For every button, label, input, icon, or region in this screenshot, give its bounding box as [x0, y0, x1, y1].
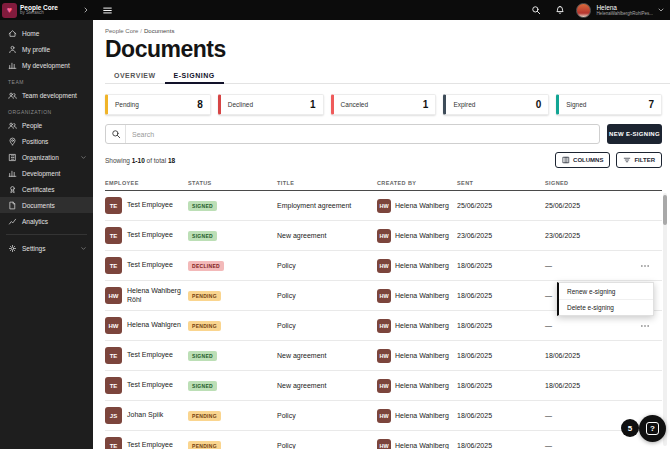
- app-root: ♥ People Core by Sterasch Helena HelenaW…: [0, 0, 670, 449]
- table-row[interactable]: TETest EmployeeSIGNEDNew agreementHWHele…: [105, 221, 662, 251]
- table-row[interactable]: JSJohan SpiikPENDINGPolicyHWHelena Wahlb…: [105, 401, 662, 431]
- employee-avatar: HW: [105, 317, 122, 334]
- sidebar-item-home[interactable]: Home: [0, 25, 93, 41]
- table-row[interactable]: TETest EmployeeSIGNEDNew agreementHWHele…: [105, 371, 662, 401]
- sidebar-item-development[interactable]: Development: [0, 165, 93, 181]
- gear-icon: [8, 244, 17, 253]
- pin-icon: [8, 137, 17, 146]
- employee-avatar: TE: [105, 197, 122, 214]
- user-name: Helena: [596, 4, 653, 12]
- signed-date: —: [545, 262, 640, 269]
- column-header: EMPLOYEE: [105, 180, 188, 186]
- row-actions-button[interactable]: [640, 321, 650, 331]
- created-by-cell: HWHelena Wahlberg: [377, 319, 457, 333]
- sidebar-item-documents[interactable]: Documents: [0, 197, 93, 213]
- stat-value: 8: [197, 99, 203, 110]
- status-badge: SIGNED: [188, 351, 217, 361]
- user-menu[interactable]: Helena HelenaWahlberghRohlPes...: [596, 4, 653, 17]
- table-row[interactable]: TETest EmployeeSIGNEDEmployment agreemen…: [105, 191, 662, 221]
- sidebar-item-my-profile[interactable]: My profile: [0, 41, 93, 57]
- user-avatar[interactable]: [576, 3, 591, 18]
- status-cell: PENDING: [188, 291, 277, 301]
- menu-icon[interactable]: [102, 5, 113, 16]
- status-badge: PENDING: [188, 321, 221, 331]
- building-icon: [8, 153, 17, 162]
- sidebar-item-label: Home: [22, 30, 39, 37]
- sidebar-item-label: Documents: [22, 202, 55, 209]
- creator-avatar: HW: [377, 289, 391, 303]
- table-row[interactable]: TETest EmployeeDECLINEDPolicyHWHelena Wa…: [105, 251, 662, 281]
- sidebar-item-positions[interactable]: Positions: [0, 133, 93, 149]
- document-title: New agreement: [277, 232, 377, 239]
- employee-cell: TETest Employee: [105, 437, 188, 449]
- creator-name: Helena Wahlberg: [395, 202, 449, 209]
- search-icon[interactable]: [106, 125, 126, 143]
- search-input[interactable]: [126, 131, 599, 138]
- context-menu-item-delete-e-signing[interactable]: Delete e-signing: [559, 299, 653, 315]
- sidebar-item-my-development[interactable]: My development: [0, 57, 93, 73]
- scrollbar-thumb[interactable]: [663, 195, 667, 225]
- row-context-menu: Renew e-signingDelete e-signing: [557, 282, 654, 316]
- stat-card-expired: Expired0: [443, 94, 549, 115]
- search-box: [105, 124, 600, 144]
- stat-label: Pending: [115, 101, 139, 108]
- search-icon[interactable]: [531, 5, 541, 15]
- columns-button[interactable]: COLUMNS: [555, 152, 610, 168]
- columns-grid-icon: [562, 156, 570, 165]
- filter-button-label: FILTER: [634, 157, 655, 163]
- employee-cell: HWHelena Wahlgren: [105, 317, 188, 334]
- sidebar-item-label: My development: [22, 62, 70, 69]
- signed-date: —: [545, 322, 640, 329]
- scrollbar[interactable]: [663, 193, 667, 446]
- creator-name: Helena Wahlberg: [395, 412, 449, 419]
- row-actions-button[interactable]: [640, 261, 650, 271]
- sidebar-item-label: Settings: [22, 245, 46, 252]
- table-row[interactable]: TETest EmployeePENDINGPolicyHWHelena Wah…: [105, 431, 662, 449]
- sidebar-item-people[interactable]: People: [0, 117, 93, 133]
- help-launcher-button[interactable]: ?: [639, 415, 666, 442]
- chevron-down-icon[interactable]: [657, 6, 665, 14]
- tab-overview[interactable]: OVERVIEW: [105, 68, 165, 84]
- created-by-cell: HWHelena Wahlberg: [377, 439, 457, 449]
- creator-name: Helena Wahlberg: [395, 322, 449, 329]
- table-row[interactable]: TETest EmployeeSIGNEDNew agreementHWHele…: [105, 341, 662, 371]
- employee-name: Helena Wahlberg Röhl: [127, 287, 184, 305]
- created-by-cell: HWHelena Wahlberg: [377, 349, 457, 363]
- creator-name: Helena Wahlberg: [395, 292, 449, 299]
- breadcrumb-root[interactable]: People Core: [105, 28, 138, 34]
- new-esigning-button[interactable]: NEW E-SIGNING: [607, 124, 662, 144]
- filter-button[interactable]: FILTER: [616, 152, 662, 168]
- creator-name: Helena Wahlberg: [395, 232, 449, 239]
- breadcrumb: People Core/Documents: [93, 20, 670, 34]
- search-row: NEW E-SIGNING: [105, 124, 662, 144]
- showing-middle: of total: [147, 157, 167, 164]
- employee-name: Test Employee: [127, 381, 173, 390]
- sent-date: 18/06/2025: [457, 292, 545, 299]
- creator-avatar: HW: [377, 229, 391, 243]
- question-icon: ?: [646, 422, 659, 435]
- creator-avatar: HW: [377, 199, 391, 213]
- column-header: TITLE: [277, 180, 377, 186]
- notifications-bell-icon[interactable]: [555, 5, 565, 15]
- status-cell: SIGNED: [188, 351, 277, 361]
- context-menu-item-renew-e-signing[interactable]: Renew e-signing: [559, 283, 653, 299]
- employee-cell: TETest Employee: [105, 257, 188, 274]
- sidebar-item-certificates[interactable]: Certificates: [0, 181, 93, 197]
- signed-date: 25/06/2025: [545, 202, 640, 209]
- sidebar-item-team-development[interactable]: Team development: [0, 87, 93, 103]
- employee-name: Test Employee: [127, 441, 173, 449]
- sidebar-item-settings[interactable]: Settings: [0, 240, 93, 256]
- breadcrumb-separator: /: [140, 28, 142, 34]
- stat-card-declined: Declined1: [218, 94, 324, 115]
- creator-avatar: HW: [377, 259, 391, 273]
- user-subtitle: HelenaWahlberghRohlPes...: [596, 11, 653, 16]
- employee-cell: TETest Employee: [105, 197, 188, 214]
- sidebar-expand-icon[interactable]: [82, 6, 90, 14]
- sidebar-item-analytics[interactable]: Analytics: [0, 213, 93, 229]
- created-by-cell: HWHelena Wahlberg: [377, 409, 457, 423]
- stats-row: Pending8Declined1Canceled1Expired0Signed…: [105, 94, 662, 115]
- sidebar-item-organization[interactable]: Organization: [0, 149, 93, 165]
- employee-avatar: TE: [105, 377, 122, 394]
- tab-e-signing[interactable]: E-SIGNING: [165, 68, 224, 84]
- employee-avatar: TE: [105, 227, 122, 244]
